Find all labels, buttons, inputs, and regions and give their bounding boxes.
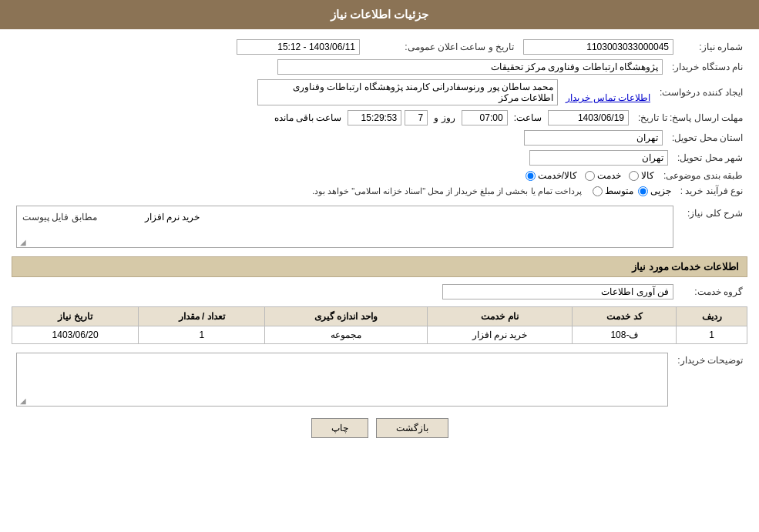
send-time-label: ساعت: — [514, 112, 542, 123]
creator-row: ایجاد کننده درخواست: اطلاعات تماس خریدار… — [12, 77, 747, 108]
buyer-org-row: نام دستگاه خریدار: پژوهشگاه ارتباطات وفن… — [12, 57, 747, 77]
purchase-note: پرداخت تمام یا بخشی از مبلغ خریدار از مح… — [312, 186, 582, 196]
city-row: شهر محل تحویل: تهران — [12, 148, 747, 168]
send-remaining-label: ساعت باقی مانده — [274, 112, 342, 123]
deadline-row: مهلت ارسال پاسخ: تا تاریخ: 1403/06/19 سا… — [12, 108, 747, 128]
send-time-value: 07:00 — [462, 110, 508, 125]
cell-service-code: ف-108 — [573, 326, 677, 344]
col-service-code: کد خدمت — [573, 307, 677, 326]
need-number-value: 1103003033000045 — [523, 39, 673, 55]
col-row-num: ردیف — [677, 307, 747, 326]
need-desc-attachment: مطابق فایل پیوست — [22, 212, 97, 223]
services-table: ردیف کد خدمت نام خدمت واحد اندازه گیری ت… — [12, 306, 747, 344]
need-desc-label: شرح کلی نیاز: — [678, 203, 747, 250]
province-row: استان محل تحویل: تهران — [12, 128, 747, 148]
buyer-desc-label: توضیحات خریدار: — [673, 350, 747, 409]
province-label: استان محل تحویل: — [667, 128, 747, 148]
need-desc-box: خرید نرم افزار مطابق فایل پیوست ◢ — [16, 206, 673, 248]
table-row: 1 ف-108 خرید نرم افزار مجموعه 1 1403/06/… — [12, 326, 747, 344]
category-kala-radio[interactable] — [629, 171, 639, 181]
buyer-desc-row: توضیحات خریدار: ◢ — [12, 350, 747, 409]
send-date-value: 1403/06/19 — [548, 110, 629, 125]
category-khedmat-label: خدمت — [597, 170, 621, 181]
service-group-label: گروه خدمت: — [678, 282, 747, 302]
send-day-label: روز و — [434, 112, 455, 123]
cell-need-date: 1403/06/20 — [12, 326, 139, 344]
col-need-date: تاریخ نیاز — [12, 307, 139, 326]
content-area: شماره نیاز: 1103003033000045 تاریخ و ساع… — [0, 29, 759, 455]
desc-resize-handle: ◢ — [18, 396, 26, 404]
creator-value: محمد ساطان پور ورنوسفادرانی کارمند پژوهش… — [257, 79, 558, 105]
need-number-label: شماره نیاز: — [678, 37, 747, 57]
purchase-motavasset-item: متوسط — [593, 186, 633, 196]
send-day-value: 7 — [405, 110, 428, 125]
category-kala-khedmat-radio[interactable] — [526, 171, 536, 181]
category-kala-khedmat-label: کالا/خدمت — [538, 170, 577, 181]
print-button[interactable]: چاپ — [311, 418, 368, 438]
col-service-name: نام خدمت — [427, 307, 573, 326]
purchase-type-row: نوع فرآیند خرید : جزیی متوسط پرداخت تمام… — [12, 183, 747, 199]
cell-service-name: خرید نرم افزار — [427, 326, 573, 344]
page-wrapper: جزئیات اطلاعات نیاز شماره نیاز: 11030030… — [0, 0, 759, 532]
creator-label: ایجاد کننده درخواست: — [655, 77, 747, 108]
service-group-value: فن آوری اطلاعات — [442, 284, 673, 299]
announce-datetime-value: 1403/06/11 - 15:12 — [237, 39, 360, 55]
page-header: جزئیات اطلاعات نیاز — [0, 0, 759, 29]
announce-datetime-label: تاریخ و ساعت اعلان عمومی: — [364, 37, 519, 57]
page-title: جزئیات اطلاعات نیاز — [331, 8, 428, 21]
col-quantity: تعداد / مقدار — [139, 307, 265, 326]
city-value: تهران — [529, 150, 668, 166]
category-khedmat-radio[interactable] — [585, 171, 595, 181]
resize-handle: ◢ — [18, 238, 26, 246]
need-desc-row: شرح کلی نیاز: خرید نرم افزار مطابق فایل … — [12, 203, 747, 250]
col-unit: واحد اندازه گیری — [265, 307, 427, 326]
need-desc-content: خرید نرم افزار مطابق فایل پیوست — [20, 209, 670, 225]
purchase-jozi-radio[interactable] — [638, 186, 648, 196]
category-row: طبقه بندی موضوعی: کالا خدمت کالا/خدمت — [12, 168, 747, 183]
city-label: شهر محل تحویل: — [673, 148, 747, 168]
purchase-jozi-item: جزیی — [638, 186, 671, 196]
purchase-motavasset-radio[interactable] — [593, 186, 603, 196]
creator-link[interactable]: اطلاعات تماس خریدار — [566, 92, 650, 103]
buyer-org-label: نام دستگاه خریدار: — [667, 57, 747, 77]
province-value: تهران — [524, 130, 663, 146]
category-kala-label: کالا — [641, 170, 654, 181]
back-button[interactable]: بازگشت — [376, 418, 448, 438]
cell-unit: مجموعه — [265, 326, 427, 344]
purchase-motavasset-label: متوسط — [605, 186, 633, 196]
purchase-type-label: نوع فرآیند خرید : — [676, 183, 747, 199]
need-desc-text: خرید نرم افزار — [145, 212, 200, 223]
cell-row-num: 1 — [677, 326, 747, 344]
buttons-area: بازگشت چاپ — [12, 409, 747, 447]
buyer-org-value: پژوهشگاه ارتباطات وفناوری مرکز تحقیقات — [277, 59, 663, 75]
category-kala-khedmat-item: کالا/خدمت — [526, 170, 577, 181]
need-number-row: شماره نیاز: 1103003033000045 تاریخ و ساع… — [12, 37, 747, 57]
category-khedmat-item: خدمت — [585, 170, 621, 181]
service-group-row: گروه خدمت: فن آوری اطلاعات — [12, 282, 747, 302]
category-label: طبقه بندی موضوعی: — [659, 168, 747, 183]
send-deadline-label: مهلت ارسال پاسخ: تا تاریخ: — [633, 108, 747, 128]
category-kala-item: کالا — [629, 170, 654, 181]
purchase-jozi-label: جزیی — [650, 186, 671, 196]
cell-quantity: 1 — [139, 326, 265, 344]
send-remaining-value: 15:29:53 — [348, 110, 401, 125]
buyer-desc-box: ◢ — [16, 353, 668, 407]
services-section-title: اطلاعات خدمات مورد نیاز — [12, 256, 747, 277]
